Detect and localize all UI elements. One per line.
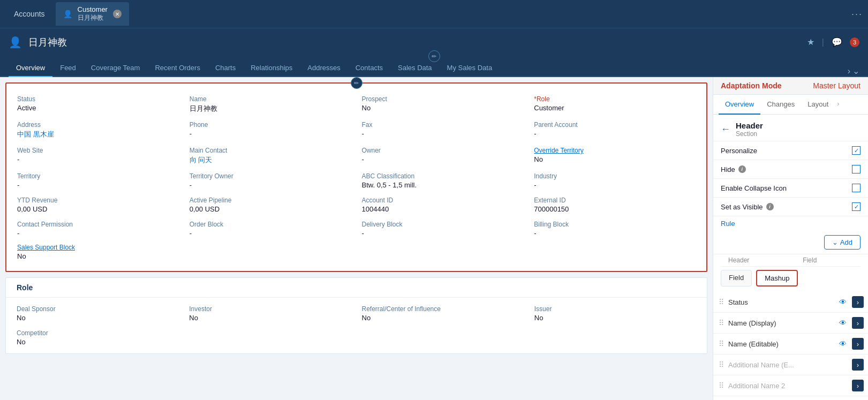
drag-handle-name-editable[interactable]: ⠿ xyxy=(719,339,724,348)
section-edit-button[interactable]: ✏ xyxy=(351,77,363,89)
mashup-option[interactable]: Mashup xyxy=(756,270,798,286)
field-territory-owner: Territory Owner - xyxy=(190,172,351,189)
tab-recent-orders[interactable]: Recent Orders xyxy=(147,59,208,77)
expand-name-editable-button[interactable]: › xyxy=(852,338,864,350)
customer-tab-info: Customer 日月神教 xyxy=(78,5,108,22)
field-website: Web Site - xyxy=(17,147,179,165)
top-bar: Accounts 👤 Customer 日月神教 ✕ ··· xyxy=(0,0,868,28)
customer-tab[interactable]: 👤 Customer 日月神教 ✕ xyxy=(56,2,129,26)
field-value-main-contact[interactable]: 向 问天 xyxy=(190,155,351,165)
right-panel-tab-arrow[interactable]: › xyxy=(835,95,841,114)
field-label-billing-block: Billing Block xyxy=(534,221,696,228)
tab-relationships[interactable]: Relationships xyxy=(243,59,300,77)
enable-collapse-checkbox[interactable] xyxy=(852,184,861,192)
sub-header-actions: ★ | 💬 3 xyxy=(807,37,859,47)
tab-feed[interactable]: Feed xyxy=(52,59,84,77)
drag-handle-name-display[interactable]: ⠿ xyxy=(719,319,724,327)
property-set-visible: Set as Visible i xyxy=(713,198,868,216)
field-order-block: Order Block - xyxy=(190,221,351,237)
back-button[interactable]: ← xyxy=(721,124,730,135)
field-list: ⠿ Status 👁 › ⠿ Name (Display) 👁 › ⠿ Name… xyxy=(713,292,868,396)
right-panel-tab-changes[interactable]: Changes xyxy=(760,95,801,115)
dropdown-area: Header Field Field Mashup xyxy=(713,254,868,292)
tab-overview[interactable]: Overview xyxy=(9,59,52,77)
field-value-order-block: - xyxy=(190,229,351,237)
field-value-address[interactable]: 中国 黒木崖 xyxy=(17,130,179,139)
field-list-label-additional-name-2: Additional Name 2 xyxy=(728,382,849,390)
expand-status-button[interactable]: › xyxy=(852,296,864,308)
right-panel-tab-overview[interactable]: Overview xyxy=(719,95,760,115)
right-panel-tabs: Overview Changes Layout › xyxy=(713,95,868,115)
property-enable-collapse: Enable Collapse Icon xyxy=(713,179,868,198)
field-label-territory-owner: Territory Owner xyxy=(190,172,351,180)
field-value-override-territory: No xyxy=(534,155,696,163)
accounts-tab-label: Accounts xyxy=(14,10,45,18)
edit-tabs-button[interactable]: ✏ xyxy=(428,50,440,62)
field-label-fax: Fax xyxy=(362,121,524,129)
visibility-name-editable-icon[interactable]: 👁 xyxy=(839,339,847,348)
field-billing-block: Billing Block - xyxy=(534,221,696,237)
field-list-label-additional-name-e: Additional Name (E... xyxy=(728,361,849,369)
visibility-name-display-icon[interactable]: 👁 xyxy=(839,319,847,327)
expand-tabs-button[interactable]: ⌄ xyxy=(852,66,859,76)
tab-contacts[interactable]: Contacts xyxy=(348,59,390,77)
field-value-active-pipeline: 0,00 USD xyxy=(190,205,351,213)
more-tabs-button[interactable]: › xyxy=(848,66,850,76)
right-panel-tab-layout[interactable]: Layout xyxy=(801,95,835,115)
tab-my-sales-data[interactable]: My Sales Data xyxy=(440,59,500,77)
field-deal-sponsor: Deal Sponsor No xyxy=(17,305,178,322)
rule-link[interactable]: Rule xyxy=(713,216,868,231)
tab-sales-data[interactable]: Sales Data xyxy=(390,59,440,77)
personalize-checkbox[interactable] xyxy=(852,146,861,155)
field-industry: Industry - xyxy=(534,172,696,189)
field-label-phone: Phone xyxy=(190,121,351,129)
field-value-issuer: No xyxy=(534,314,696,322)
field-sales-support-block: Sales Support Block No xyxy=(17,241,696,263)
close-tab-button[interactable]: ✕ xyxy=(113,10,122,18)
field-label-owner: Owner xyxy=(362,147,524,154)
section-nav-subtitle: Section xyxy=(736,130,763,138)
set-visible-checkbox[interactable] xyxy=(852,202,861,211)
field-issuer: Issuer No xyxy=(534,305,696,322)
tab-coverage-team[interactable]: Coverage Team xyxy=(84,59,148,77)
expand-name-display-button[interactable]: › xyxy=(852,317,864,329)
field-account-id: Account ID 1004440 xyxy=(362,197,524,213)
main-section: ✏ Status Active Name 日月神教 Prospect xyxy=(5,82,707,272)
field-value-parent-account: - xyxy=(534,130,696,138)
section-nav-info: Header Section xyxy=(736,121,763,138)
field-label-address: Address xyxy=(17,121,179,129)
accounts-tab[interactable]: Accounts xyxy=(5,5,54,22)
favorite-icon[interactable]: ★ xyxy=(807,37,814,47)
list-item-name-editable: ⠿ Name (Editable) 👁 › xyxy=(713,334,868,354)
expand-additional-name-e-button[interactable]: › xyxy=(852,359,864,371)
drag-handle-status[interactable]: ⠿ xyxy=(719,298,724,306)
tab-charts[interactable]: Charts xyxy=(208,59,243,77)
field-label-parent-account: Parent Account xyxy=(534,121,696,129)
field-col-label: Field xyxy=(803,256,817,264)
more-options-button[interactable]: ··· xyxy=(851,9,863,20)
hide-checkbox[interactable] xyxy=(852,165,861,173)
field-value-account-id: 1004440 xyxy=(362,205,524,213)
set-visible-label: Set as Visible i xyxy=(721,203,774,211)
field-label-investor: Investor xyxy=(189,305,351,313)
comment-count: 3 xyxy=(850,37,859,47)
comment-icon[interactable]: 💬 xyxy=(832,37,842,47)
field-value-investor: No xyxy=(189,314,351,322)
column-labels: Header Field xyxy=(721,254,861,267)
tab-addresses[interactable]: Addresses xyxy=(300,59,348,77)
field-list-label-name-display: Name (Display) xyxy=(728,319,836,327)
dropdown-options: Field Mashup xyxy=(721,270,861,286)
comment-badge: 3 xyxy=(850,37,859,47)
expand-additional-name-2-button[interactable]: › xyxy=(852,380,864,391)
field-label-status: Status xyxy=(17,95,179,103)
field-referral: Referral/Center of Influence No xyxy=(362,305,524,322)
field-option[interactable]: Field xyxy=(721,270,752,286)
visibility-status-icon[interactable]: 👁 xyxy=(839,298,847,306)
field-ytd-revenue: YTD Revenue 0,00 USD xyxy=(17,197,179,213)
field-territory: Territory - xyxy=(17,172,179,189)
drag-handle-additional-name-2[interactable]: ⠿ xyxy=(719,381,724,390)
add-button[interactable]: ⌄ Add xyxy=(824,235,861,250)
field-label-main-contact: Main Contact xyxy=(190,147,351,154)
master-layout-title[interactable]: Master Layout xyxy=(813,81,861,90)
drag-handle-additional-name-e[interactable]: ⠿ xyxy=(719,360,724,369)
